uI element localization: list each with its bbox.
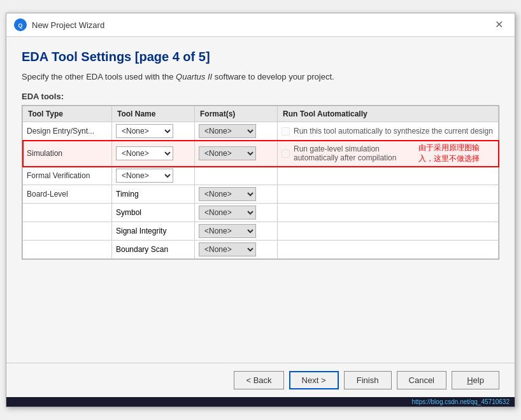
annotation-text: 由于采用原理图输入，这里不做选择	[418, 143, 494, 164]
dialog-content: EDA Tool Settings [page 4 of 5] Specify …	[6, 37, 515, 363]
eda-table-container: Tool Type Tool Name Format(s) Run Tool A…	[22, 105, 499, 260]
url-bar: https://blog.csdn.net/qq_45710632	[6, 397, 515, 407]
table-row: Formal Verification<None>	[23, 167, 499, 185]
next-button[interactable]: Next >	[289, 371, 339, 389]
help-button[interactable]: Help	[452, 371, 499, 389]
run-auto-label: Run this tool automatically to synthesiz…	[294, 127, 493, 136]
title-bar-left: Q New Project Wizard	[14, 18, 104, 31]
table-row: Design Entry/Synt...<None><None>Run this…	[23, 122, 499, 141]
cell-tool-type	[23, 204, 112, 222]
cell-run-auto	[278, 204, 499, 222]
back-button[interactable]: < Back	[234, 371, 283, 389]
cell-formats[interactable]: <None>	[195, 141, 278, 167]
finish-button[interactable]: Finish	[344, 371, 392, 389]
col-formats: Format(s)	[195, 106, 278, 122]
cell-tool-name[interactable]: Signal Integrity	[112, 222, 195, 241]
run-auto-row: Run this tool automatically to synthesiz…	[282, 127, 494, 136]
cell-formats[interactable]	[195, 167, 278, 185]
formats-dropdown[interactable]: <None>	[199, 124, 256, 138]
formats-dropdown[interactable]: <None>	[199, 242, 256, 256]
cell-tool-name[interactable]: <None>	[112, 167, 195, 185]
cell-run-auto	[278, 241, 499, 259]
svg-text:Q: Q	[18, 22, 22, 29]
section-label: EDA tools:	[22, 92, 499, 101]
formats-dropdown[interactable]: <None>	[199, 187, 256, 201]
page-heading: EDA Tool Settings [page 4 of 5]	[22, 50, 499, 64]
table-row: Boundary Scan<None>	[23, 241, 499, 259]
run-auto-checkbox[interactable]	[282, 127, 290, 136]
formats-dropdown[interactable]: <None>	[199, 224, 256, 238]
cell-formats[interactable]: <None>	[195, 122, 278, 141]
tool-name-dropdown[interactable]: <None>	[116, 169, 173, 183]
table-row: Symbol<None>	[23, 204, 499, 222]
formats-dropdown[interactable]: <None>	[199, 206, 256, 220]
close-button[interactable]: ✕	[491, 18, 507, 31]
cell-formats[interactable]: <None>	[195, 241, 278, 259]
tool-name-dropdown[interactable]: <None>	[116, 124, 173, 138]
run-auto-row: Run gate-level simulation automatically …	[282, 143, 494, 164]
cell-tool-type: Simulation	[23, 141, 112, 167]
help-label-h: H	[467, 375, 473, 385]
col-tool-type: Tool Type	[23, 106, 112, 122]
cell-formats[interactable]: <None>	[195, 185, 278, 204]
run-auto-label: Run gate-level simulation automatically …	[294, 144, 412, 162]
cell-run-auto	[278, 222, 499, 241]
cancel-button[interactable]: Cancel	[397, 371, 446, 389]
table-row: Signal Integrity<None>	[23, 222, 499, 241]
cell-tool-name[interactable]: Boundary Scan	[112, 241, 195, 259]
cell-run-auto	[278, 185, 499, 204]
cell-formats[interactable]: <None>	[195, 204, 278, 222]
cell-run-auto: Run this tool automatically to synthesiz…	[278, 122, 499, 141]
formats-dropdown[interactable]: <None>	[199, 146, 256, 160]
cell-tool-type	[23, 241, 112, 259]
description: Specify the other EDA tools used with th…	[22, 72, 499, 81]
cell-tool-type: Design Entry/Synt...	[23, 122, 112, 141]
col-tool-name: Tool Name	[112, 106, 195, 122]
cell-run-auto: Run gate-level simulation automatically …	[278, 141, 499, 167]
dialog-footer: < Back Next > Finish Cancel Help	[6, 363, 515, 397]
cell-tool-name[interactable]: Timing	[112, 185, 195, 204]
wizard-icon: Q	[14, 18, 27, 31]
cell-run-auto	[278, 167, 499, 185]
eda-table: Tool Type Tool Name Format(s) Run Tool A…	[22, 106, 499, 259]
new-project-wizard-dialog: Q New Project Wizard ✕ EDA Tool Settings…	[6, 13, 515, 407]
cell-tool-name[interactable]: <None>	[112, 141, 195, 167]
table-row: Simulation<None><None>Run gate-level sim…	[23, 141, 499, 167]
title-bar: Q New Project Wizard ✕	[6, 13, 515, 37]
run-auto-checkbox[interactable]	[282, 150, 290, 158]
cell-tool-type: Formal Verification	[23, 167, 112, 185]
dialog-title: New Project Wizard	[32, 20, 104, 30]
cell-tool-name[interactable]: <None>	[112, 122, 195, 141]
table-row: Board-LevelTiming<None>	[23, 185, 499, 204]
cell-tool-name[interactable]: Symbol	[112, 204, 195, 222]
table-header-row: Tool Type Tool Name Format(s) Run Tool A…	[23, 106, 499, 122]
col-run-auto: Run Tool Automatically	[278, 106, 499, 122]
quartus-emphasis: Quartus II	[176, 72, 212, 81]
cell-formats[interactable]: <None>	[195, 222, 278, 241]
cell-tool-type	[23, 222, 112, 241]
tool-name-dropdown[interactable]: <None>	[116, 146, 173, 160]
cell-tool-type: Board-Level	[23, 185, 112, 204]
